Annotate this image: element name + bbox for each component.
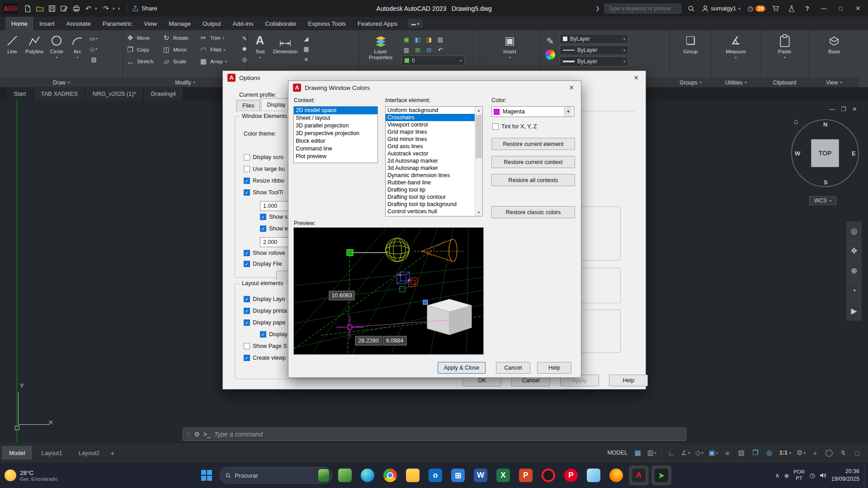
save-icon[interactable] [46, 3, 57, 14]
circle-tool[interactable]: Circle▾ [47, 32, 66, 60]
command-input[interactable] [214, 431, 682, 438]
checkbox-row[interactable]: Display File [244, 261, 282, 267]
options-close-icon[interactable]: ✕ [631, 74, 641, 81]
minimize-icon[interactable]: — [817, 5, 830, 12]
properties-launcher-icon[interactable] [545, 50, 555, 60]
checkbox[interactable] [260, 214, 266, 220]
object-snap-icon[interactable]: ▣▾ [707, 447, 720, 459]
layer-isolate-icon[interactable]: ▥ [401, 45, 411, 54]
checkbox[interactable] [244, 154, 250, 160]
zoom-icon[interactable]: ⊕ [846, 261, 862, 281]
title-chevron-icon[interactable]: ❯ [595, 5, 599, 11]
autocad-logo-icon[interactable]: ACAD [3, 3, 18, 14]
account-menu[interactable]: sumalgy1 ▾ [702, 5, 743, 12]
ellipse-icon[interactable]: ◇▾ [89, 44, 99, 53]
file-explorer-icon[interactable] [403, 465, 423, 485]
tray-clock-icon[interactable]: ◷ [809, 472, 815, 479]
checkbox-row[interactable]: Display scro [244, 154, 283, 160]
checkbox[interactable] [244, 166, 250, 172]
graphics-performance-icon[interactable]: ↯ [837, 447, 849, 459]
undo-caret-icon[interactable]: ▾ [95, 6, 99, 11]
apply-close-button[interactable]: Apply & Close [438, 362, 486, 374]
tab-featured-apps[interactable]: Featured Apps [352, 17, 403, 30]
weather-widget[interactable]: 28°C Ger. Ensolarado [5, 469, 57, 482]
tab-insert[interactable]: Insert [33, 17, 61, 30]
tab-view[interactable]: View [138, 17, 163, 30]
checkbox-row[interactable]: Use large bu [244, 166, 285, 172]
workspace-gear-icon[interactable]: ⚙▾ [795, 447, 807, 459]
clock-widget[interactable]: 20:36 19/09/2025 [831, 468, 859, 483]
table-icon[interactable]: ▦ [301, 44, 311, 53]
arc-tool[interactable]: Arc▾ [68, 32, 87, 60]
excel-icon[interactable]: X [493, 465, 513, 485]
layer-walk-icon[interactable]: ⊟ [424, 45, 434, 54]
interface-element-item[interactable]: Drafting tool tip [386, 186, 475, 193]
viewcube-south[interactable]: S [824, 179, 828, 186]
command-line[interactable]: ∷ ⚙ >_ [183, 427, 686, 441]
dwc-close-icon[interactable]: ✕ [566, 84, 576, 91]
panel-label-view[interactable]: View▾ [809, 78, 859, 87]
open-file-icon[interactable] [34, 3, 45, 14]
tab-addins[interactable]: Add-ins [226, 17, 259, 30]
checkbox[interactable] [244, 355, 250, 361]
panel-label-draw[interactable]: Draw▾ [0, 78, 123, 87]
grid-icon[interactable]: ▦ [632, 447, 644, 459]
rectangle-icon[interactable]: ▭▾ [89, 34, 99, 43]
context-item[interactable]: Block editor [294, 137, 377, 145]
command-grip-icon[interactable]: ∷ [187, 431, 190, 438]
group-tool[interactable]: ❏Group [681, 32, 700, 55]
viewcube-west[interactable]: W [795, 150, 800, 157]
restore-classic-colors-button[interactable]: Restore classic colors [491, 206, 575, 218]
show-desktop-button[interactable] [864, 463, 866, 488]
checkbox[interactable] [244, 343, 250, 349]
opera-icon[interactable] [538, 465, 558, 485]
lineweight-icon[interactable]: ≡ [721, 447, 734, 459]
firefox-icon[interactable] [606, 465, 626, 485]
hatch-icon[interactable]: ▨ [89, 55, 99, 64]
scrollbar-thumb[interactable] [476, 115, 482, 158]
orbit-icon[interactable]: ◔ [846, 281, 862, 301]
layer-dropdown[interactable]: 0▾ [401, 56, 465, 66]
new-layout-button[interactable]: + [107, 449, 118, 457]
text-tool[interactable]: AText▾ [250, 32, 269, 60]
search-daily-image[interactable] [318, 469, 329, 482]
paint-icon[interactable] [584, 465, 604, 485]
interface-element-item[interactable]: Drafting tool tip background [386, 201, 475, 208]
checkbox[interactable] [260, 331, 266, 338]
file-tab-xadres[interactable]: TAB XADRES [33, 87, 85, 100]
transparency-icon[interactable]: ▨ [735, 447, 748, 459]
tint-checkbox-row[interactable]: Tint for X, Y, Z [492, 123, 537, 130]
checkbox[interactable] [244, 308, 250, 314]
trim-tool[interactable]: ✂Trim▾ [199, 32, 238, 44]
tab-express-tools[interactable]: Express Tools [302, 17, 352, 30]
interface-element-item[interactable]: Grid major lines [386, 128, 475, 136]
checkbox-row[interactable]: Show ToolTi [244, 189, 283, 196]
object-color-dropdown[interactable]: ByLayer▾ [560, 34, 628, 44]
measure-tool[interactable]: ∡Measure▾ [724, 32, 748, 60]
dropdown-caret-icon[interactable]: ▼ [564, 107, 572, 117]
snap-mode-icon[interactable]: ▥▾ [646, 447, 658, 459]
close-icon[interactable]: ✕ [852, 5, 864, 12]
model-space-indicator[interactable]: MODEL [607, 450, 627, 456]
panel-label-groups[interactable]: Groups▾ [670, 78, 711, 87]
linetype-dropdown[interactable]: ByLayer▾ [560, 45, 628, 55]
interface-element-item[interactable]: Grid minor lines [386, 136, 475, 143]
checkbox-row[interactable]: Show s [260, 214, 288, 220]
sharex-icon[interactable]: ➤ [651, 465, 671, 485]
help-icon[interactable]: ? [802, 3, 813, 14]
dwc-cancel-button[interactable]: Cancel [496, 362, 530, 374]
qat-dropdown-icon[interactable]: ▾ [118, 6, 123, 11]
annotation-scale[interactable]: 1:1▾ [777, 450, 793, 456]
new-file-icon[interactable] [22, 3, 33, 14]
layer-properties-tool[interactable]: Layer Properties [362, 32, 400, 61]
context-listbox[interactable]: 2D model space Sheet / layout 3D paralle… [293, 106, 378, 163]
match-properties-icon[interactable]: ✎ [542, 34, 558, 48]
undo-icon[interactable]: ↶ [83, 3, 94, 14]
tab-manage[interactable]: Manage [163, 17, 197, 30]
restore-current-element-button[interactable]: Restore current element [491, 138, 575, 150]
interface-element-item[interactable]: Rubber-band line [386, 179, 475, 186]
taskbar-search-input[interactable] [235, 472, 315, 479]
layer-match-icon[interactable]: ⊞ [413, 45, 423, 54]
checkbox-row[interactable]: Show rollove [244, 250, 285, 256]
edge-icon[interactable] [358, 465, 377, 485]
